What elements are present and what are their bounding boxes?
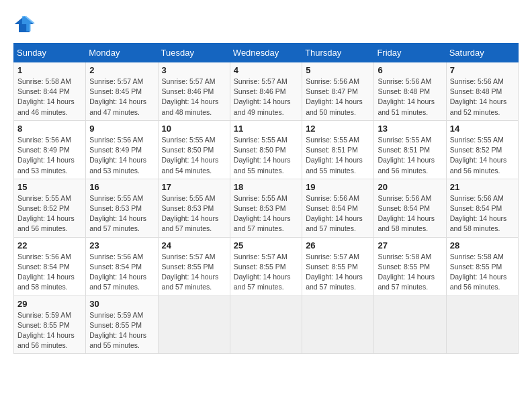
day-number: 12 (306, 124, 370, 134)
day-info: Sunrise: 5:55 AM Sunset: 8:53 PM Dayligh… (162, 193, 226, 234)
calendar-cell: 29 Sunrise: 5:59 AM Sunset: 8:55 PM Dayl… (14, 295, 86, 354)
day-number: 24 (162, 240, 226, 250)
calendar-header-row: SundayMondayTuesdayWednesdayThursdayFrid… (14, 44, 519, 62)
day-number: 18 (234, 182, 298, 192)
day-info: Sunrise: 5:59 AM Sunset: 8:55 PM Dayligh… (89, 310, 154, 351)
calendar-week-row: 1 Sunrise: 5:58 AM Sunset: 8:44 PM Dayli… (14, 62, 519, 121)
calendar-cell: 14 Sunrise: 5:55 AM Sunset: 8:52 PM Dayl… (446, 120, 518, 179)
calendar-cell: 11 Sunrise: 5:55 AM Sunset: 8:50 PM Dayl… (230, 120, 302, 179)
calendar-cell: 13 Sunrise: 5:55 AM Sunset: 8:51 PM Dayl… (374, 120, 446, 179)
calendar-cell: 16 Sunrise: 5:55 AM Sunset: 8:53 PM Dayl… (86, 179, 158, 237)
day-info: Sunrise: 5:55 AM Sunset: 8:53 PM Dayligh… (234, 193, 298, 234)
column-header-sunday: Sunday (14, 44, 86, 62)
calendar-cell: 21 Sunrise: 5:56 AM Sunset: 8:54 PM Dayl… (446, 179, 518, 237)
day-number: 10 (162, 124, 226, 134)
day-number: 29 (17, 299, 82, 309)
calendar-cell: 10 Sunrise: 5:55 AM Sunset: 8:50 PM Dayl… (158, 120, 230, 179)
calendar-cell: 9 Sunrise: 5:56 AM Sunset: 8:49 PM Dayli… (86, 120, 158, 179)
day-number: 27 (378, 240, 442, 250)
day-info: Sunrise: 5:57 AM Sunset: 8:55 PM Dayligh… (234, 252, 298, 293)
day-info: Sunrise: 5:56 AM Sunset: 8:54 PM Dayligh… (17, 252, 82, 293)
day-info: Sunrise: 5:58 AM Sunset: 8:55 PM Dayligh… (378, 252, 442, 293)
day-info: Sunrise: 5:57 AM Sunset: 8:55 PM Dayligh… (162, 252, 226, 293)
day-number: 5 (306, 65, 370, 75)
calendar-cell: 27 Sunrise: 5:58 AM Sunset: 8:55 PM Dayl… (374, 237, 446, 295)
column-header-saturday: Saturday (446, 44, 518, 62)
day-info: Sunrise: 5:58 AM Sunset: 8:55 PM Dayligh… (450, 252, 515, 293)
day-number: 14 (450, 124, 515, 134)
day-number: 7 (450, 65, 515, 75)
day-info: Sunrise: 5:56 AM Sunset: 8:54 PM Dayligh… (378, 193, 442, 234)
column-header-tuesday: Tuesday (158, 44, 230, 62)
day-number: 4 (234, 65, 298, 75)
calendar-cell: 17 Sunrise: 5:55 AM Sunset: 8:53 PM Dayl… (158, 179, 230, 237)
calendar-cell: 8 Sunrise: 5:56 AM Sunset: 8:49 PM Dayli… (14, 120, 86, 179)
calendar-cell: 18 Sunrise: 5:55 AM Sunset: 8:53 PM Dayl… (230, 179, 302, 237)
day-info: Sunrise: 5:55 AM Sunset: 8:51 PM Dayligh… (378, 135, 442, 176)
day-info: Sunrise: 5:59 AM Sunset: 8:55 PM Dayligh… (17, 310, 82, 351)
day-number: 17 (162, 182, 226, 192)
day-number: 3 (162, 65, 226, 75)
day-info: Sunrise: 5:58 AM Sunset: 8:44 PM Dayligh… (17, 77, 82, 118)
day-info: Sunrise: 5:55 AM Sunset: 8:52 PM Dayligh… (450, 135, 515, 176)
calendar-week-row: 8 Sunrise: 5:56 AM Sunset: 8:49 PM Dayli… (14, 120, 519, 179)
logo (13, 13, 38, 35)
calendar-cell (302, 295, 374, 354)
day-number: 6 (378, 65, 442, 75)
day-number: 30 (89, 299, 154, 309)
day-number: 20 (378, 182, 442, 192)
calendar-cell: 12 Sunrise: 5:55 AM Sunset: 8:51 PM Dayl… (302, 120, 374, 179)
day-info: Sunrise: 5:55 AM Sunset: 8:53 PM Dayligh… (89, 193, 154, 234)
day-info: Sunrise: 5:57 AM Sunset: 8:45 PM Dayligh… (89, 77, 154, 118)
day-number: 28 (450, 240, 515, 250)
calendar-cell (158, 295, 230, 354)
day-info: Sunrise: 5:57 AM Sunset: 8:55 PM Dayligh… (306, 252, 370, 293)
column-header-monday: Monday (86, 44, 158, 62)
calendar-cell: 7 Sunrise: 5:56 AM Sunset: 8:48 PM Dayli… (446, 62, 518, 121)
day-number: 1 (17, 65, 82, 75)
calendar-cell (374, 295, 446, 354)
day-number: 23 (89, 240, 154, 250)
day-number: 19 (306, 182, 370, 192)
day-info: Sunrise: 5:56 AM Sunset: 8:49 PM Dayligh… (17, 135, 82, 176)
day-info: Sunrise: 5:55 AM Sunset: 8:51 PM Dayligh… (306, 135, 370, 176)
day-number: 21 (450, 182, 515, 192)
calendar-cell: 22 Sunrise: 5:56 AM Sunset: 8:54 PM Dayl… (14, 237, 86, 295)
calendar-cell: 26 Sunrise: 5:57 AM Sunset: 8:55 PM Dayl… (302, 237, 374, 295)
calendar-cell: 19 Sunrise: 5:56 AM Sunset: 8:54 PM Dayl… (302, 179, 374, 237)
day-number: 22 (17, 240, 82, 250)
column-header-thursday: Thursday (302, 44, 374, 62)
day-info: Sunrise: 5:56 AM Sunset: 8:47 PM Dayligh… (306, 77, 370, 118)
day-number: 8 (17, 124, 82, 134)
day-number: 15 (17, 182, 82, 192)
calendar-cell: 23 Sunrise: 5:56 AM Sunset: 8:54 PM Dayl… (86, 237, 158, 295)
calendar-cell: 28 Sunrise: 5:58 AM Sunset: 8:55 PM Dayl… (446, 237, 518, 295)
day-number: 26 (306, 240, 370, 250)
calendar-cell: 1 Sunrise: 5:58 AM Sunset: 8:44 PM Dayli… (14, 62, 86, 121)
day-info: Sunrise: 5:56 AM Sunset: 8:48 PM Dayligh… (378, 77, 442, 118)
calendar-cell: 2 Sunrise: 5:57 AM Sunset: 8:45 PM Dayli… (86, 62, 158, 121)
calendar-week-row: 22 Sunrise: 5:56 AM Sunset: 8:54 PM Dayl… (14, 237, 519, 295)
day-info: Sunrise: 5:55 AM Sunset: 8:50 PM Dayligh… (162, 135, 226, 176)
calendar-week-row: 29 Sunrise: 5:59 AM Sunset: 8:55 PM Dayl… (14, 295, 519, 354)
calendar-cell: 5 Sunrise: 5:56 AM Sunset: 8:47 PM Dayli… (302, 62, 374, 121)
calendar-cell: 25 Sunrise: 5:57 AM Sunset: 8:55 PM Dayl… (230, 237, 302, 295)
calendar-table: SundayMondayTuesdayWednesdayThursdayFrid… (13, 43, 519, 354)
day-number: 11 (234, 124, 298, 134)
page-header (13, 13, 519, 35)
day-number: 2 (89, 65, 154, 75)
calendar-week-row: 15 Sunrise: 5:55 AM Sunset: 8:52 PM Dayl… (14, 179, 519, 237)
day-info: Sunrise: 5:56 AM Sunset: 8:54 PM Dayligh… (450, 193, 515, 234)
day-number: 16 (89, 182, 154, 192)
day-info: Sunrise: 5:57 AM Sunset: 8:46 PM Dayligh… (162, 77, 226, 118)
day-number: 9 (89, 124, 154, 134)
logo-icon (13, 13, 35, 35)
calendar-cell: 24 Sunrise: 5:57 AM Sunset: 8:55 PM Dayl… (158, 237, 230, 295)
calendar-cell: 15 Sunrise: 5:55 AM Sunset: 8:52 PM Dayl… (14, 179, 86, 237)
day-info: Sunrise: 5:57 AM Sunset: 8:46 PM Dayligh… (234, 77, 298, 118)
day-info: Sunrise: 5:56 AM Sunset: 8:49 PM Dayligh… (89, 135, 154, 176)
calendar-cell: 4 Sunrise: 5:57 AM Sunset: 8:46 PM Dayli… (230, 62, 302, 121)
day-info: Sunrise: 5:56 AM Sunset: 8:54 PM Dayligh… (89, 252, 154, 293)
day-info: Sunrise: 5:56 AM Sunset: 8:54 PM Dayligh… (306, 193, 370, 234)
calendar-cell: 30 Sunrise: 5:59 AM Sunset: 8:55 PM Dayl… (86, 295, 158, 354)
